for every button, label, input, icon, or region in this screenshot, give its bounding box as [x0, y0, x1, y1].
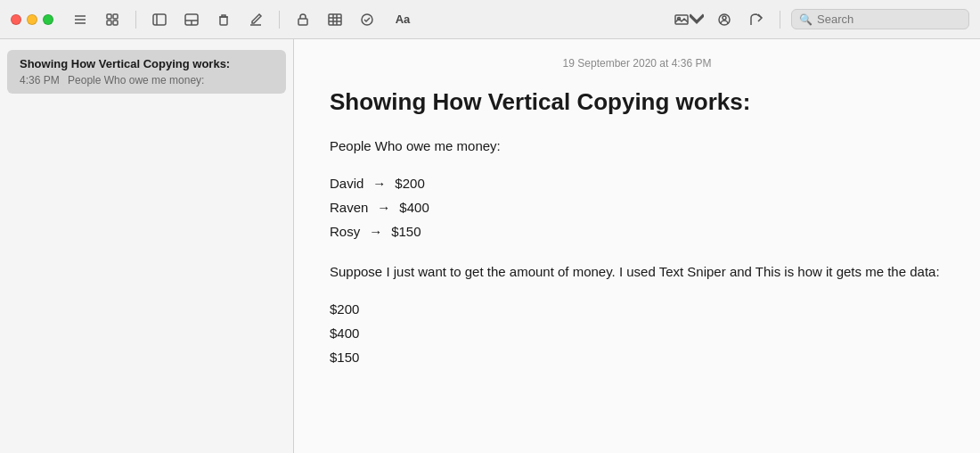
content-inner: 19 September 2020 at 4:36 PM Showing How…	[294, 39, 980, 405]
photo-icon	[674, 12, 689, 27]
money-row-david: David → $200	[330, 171, 944, 195]
person-name-david: David	[330, 171, 363, 195]
arrow-1: →	[372, 171, 386, 195]
media-button[interactable]	[673, 7, 705, 32]
svg-rect-7	[153, 14, 166, 25]
search-input[interactable]	[817, 12, 961, 26]
list-view-button[interactable]	[68, 7, 93, 32]
svg-rect-3	[107, 14, 111, 19]
trash-icon	[216, 12, 231, 27]
note-paragraph-1: People Who owe me money:	[330, 136, 944, 157]
maximize-button[interactable]	[43, 14, 53, 25]
svg-rect-6	[113, 21, 118, 25]
search-icon: 🔍	[799, 13, 813, 26]
svg-rect-12	[220, 17, 227, 25]
people-icon	[717, 12, 731, 27]
gallery-icon	[184, 12, 199, 27]
note-item-time: 4:36 PM	[20, 74, 60, 86]
separator-3	[780, 11, 780, 29]
note-item-title: Showing How Vertical Copying works:	[20, 57, 274, 72]
main-layout: Showing How Vertical Copying works: 4:36…	[0, 39, 980, 453]
collaboration-button[interactable]	[712, 7, 737, 32]
person-name-raven: Raven	[330, 195, 368, 219]
note-body: People Who owe me money: David → $200 Ra…	[330, 136, 944, 369]
lock-icon	[296, 12, 310, 27]
close-button[interactable]	[11, 14, 21, 25]
svg-rect-4	[113, 14, 118, 19]
share-icon	[749, 12, 764, 27]
font-label: Aa	[396, 12, 411, 26]
minimize-button[interactable]	[27, 14, 37, 25]
sidebar-toggle-button[interactable]	[147, 7, 172, 32]
traffic-lights	[11, 14, 53, 25]
extracted-value-1: $200	[330, 297, 944, 321]
person-name-rosy: Rosy	[330, 219, 360, 243]
separator-2	[279, 11, 280, 29]
sidebar-icon	[152, 12, 167, 27]
new-note-button[interactable]	[243, 7, 268, 32]
content-area: 19 September 2020 at 4:36 PM Showing How…	[294, 39, 980, 453]
search-box[interactable]: 🔍	[791, 9, 969, 29]
note-item-preview: People Who owe me money:	[68, 74, 204, 86]
font-button[interactable]: Aa	[387, 7, 419, 32]
lock-button[interactable]	[290, 7, 315, 32]
extracted-value-3: $150	[330, 345, 944, 369]
arrow-2: →	[377, 195, 390, 219]
amount-david: $200	[395, 171, 439, 195]
money-list: David → $200 Raven → $400 Rosy → $150	[330, 171, 944, 243]
svg-rect-5	[107, 21, 111, 25]
note-paragraph-2: Suppose I just want to get the amount of…	[330, 261, 944, 283]
compose-icon	[249, 12, 263, 27]
svg-rect-15	[329, 14, 341, 25]
separator-1	[135, 11, 136, 29]
note-date: 19 September 2020 at 4:36 PM	[330, 57, 944, 70]
note-title: Showing How Vertical Copying works:	[330, 87, 944, 118]
money-row-rosy: Rosy → $150	[330, 219, 944, 243]
extracted-value-2: $400	[330, 321, 944, 345]
gallery-button[interactable]	[179, 7, 204, 32]
sidebar: Showing How Vertical Copying works: 4:36…	[0, 39, 294, 453]
extracted-values: $200 $400 $150	[330, 297, 944, 369]
note-item-meta: 4:36 PM People Who owe me money:	[20, 74, 274, 86]
money-row-raven: Raven → $400	[330, 195, 944, 219]
checklist-button[interactable]	[355, 7, 380, 32]
share-button[interactable]	[744, 7, 769, 32]
table-icon	[328, 12, 342, 27]
note-list-item[interactable]: Showing How Vertical Copying works: 4:36…	[7, 50, 286, 94]
arrow-3: →	[369, 219, 382, 243]
delete-button[interactable]	[211, 7, 236, 32]
check-circle-icon	[360, 12, 374, 27]
svg-point-24	[723, 16, 726, 20]
grid-icon	[105, 12, 119, 27]
table-button[interactable]	[323, 7, 347, 32]
titlebar: Aa 🔍	[0, 0, 980, 39]
svg-rect-14	[298, 19, 307, 25]
amount-raven: $400	[399, 195, 444, 219]
grid-view-button[interactable]	[100, 7, 125, 32]
list-icon	[73, 12, 87, 27]
chevron-down-icon	[690, 12, 704, 27]
amount-rosy: $150	[391, 219, 436, 243]
